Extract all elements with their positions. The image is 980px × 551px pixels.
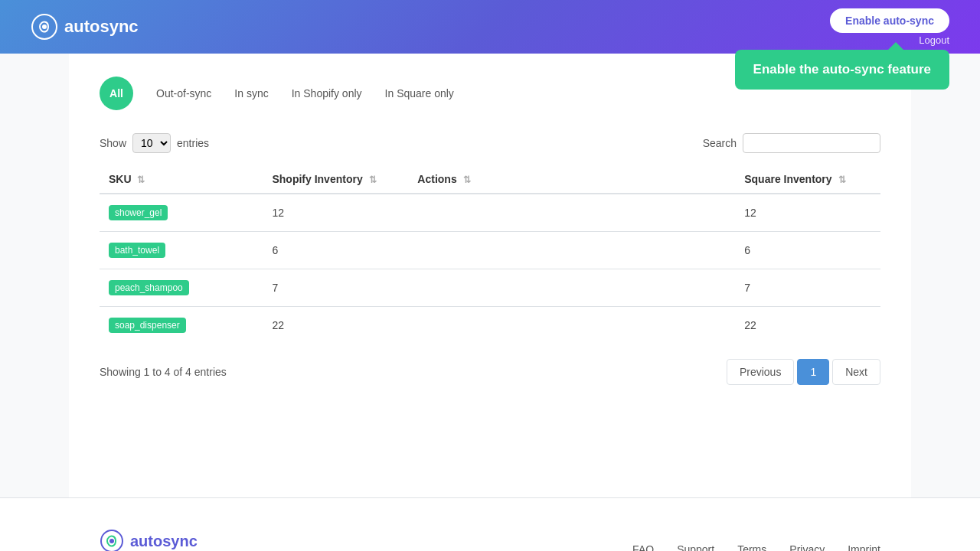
tab-in-square-only[interactable]: In Square only bbox=[385, 84, 454, 103]
cell-square-1: 6 bbox=[735, 232, 880, 269]
cell-sku-1: bath_towel bbox=[100, 232, 263, 269]
footer-bottom: autosync Copyright AutoSync 2019 © FAQ S… bbox=[100, 529, 880, 551]
footer: autosync Copyright AutoSync 2019 © FAQ S… bbox=[69, 498, 911, 551]
footer-faq-link[interactable]: FAQ bbox=[632, 543, 654, 551]
page-1-button[interactable]: 1 bbox=[797, 359, 829, 385]
pagination: Previous 1 Next bbox=[727, 359, 880, 385]
svg-point-3 bbox=[109, 539, 114, 543]
controls-row: Show 10 25 50 entries Search bbox=[100, 133, 880, 153]
cell-shopify-3: 22 bbox=[263, 307, 408, 344]
cell-shopify-0: 12 bbox=[263, 194, 408, 232]
table-row: soap_dispenser 22 22 bbox=[100, 307, 880, 344]
footer-left: autosync Copyright AutoSync 2019 © bbox=[100, 529, 213, 551]
sku-badge-3: soap_dispenser bbox=[109, 318, 186, 333]
entries-select[interactable]: 10 25 50 bbox=[132, 133, 171, 153]
col-shopify[interactable]: Shopify Inventory ⇅ bbox=[263, 165, 408, 194]
cell-shopify-1: 6 bbox=[263, 232, 408, 269]
table-row: bath_towel 6 6 bbox=[100, 232, 880, 269]
footer-terms-link[interactable]: Terms bbox=[737, 543, 766, 551]
sku-badge-1: bath_towel bbox=[109, 243, 165, 258]
logout-link[interactable]: Logout bbox=[919, 34, 949, 46]
logo-icon bbox=[31, 13, 58, 41]
table-row: peach_shampoo 7 7 bbox=[100, 269, 880, 307]
next-button[interactable]: Next bbox=[832, 359, 880, 385]
table-header-row: SKU ⇅ Shopify Inventory ⇅ Actions ⇅ Squa… bbox=[100, 165, 880, 194]
tooltip-bubble: Enable the auto-sync feature bbox=[735, 50, 949, 90]
footer-logo: autosync bbox=[100, 529, 213, 551]
search-input[interactable] bbox=[743, 133, 880, 153]
tab-in-sync[interactable]: In sync bbox=[234, 84, 268, 103]
cell-sku-2: peach_shampoo bbox=[100, 269, 263, 307]
sort-shopify-icon: ⇅ bbox=[369, 174, 377, 185]
cell-sku-3: soap_dispenser bbox=[100, 307, 263, 344]
header: autosync Enable auto-sync Logout Enable … bbox=[0, 0, 980, 54]
sku-badge-0: shower_gel bbox=[109, 205, 168, 220]
tooltip-container: Enable the auto-sync feature bbox=[735, 50, 949, 90]
cell-square-0: 12 bbox=[735, 194, 880, 232]
cell-shopify-2: 7 bbox=[263, 269, 408, 307]
table-body: shower_gel 12 12 bath_towel 6 6 peach_sh… bbox=[100, 194, 880, 344]
logo-text: autosync bbox=[64, 17, 139, 37]
sort-actions-icon: ⇅ bbox=[463, 174, 471, 185]
show-entries: Show 10 25 50 entries bbox=[100, 133, 209, 153]
tab-all[interactable]: All bbox=[100, 77, 133, 110]
cell-actions-3 bbox=[408, 307, 735, 344]
sort-square-icon: ⇅ bbox=[838, 174, 846, 185]
footer-nav: FAQ Support Terms Privacy Imprint bbox=[632, 543, 880, 551]
header-right: Enable auto-sync Logout bbox=[830, 8, 949, 46]
show-label: Show bbox=[100, 137, 126, 149]
footer-logo-icon bbox=[100, 529, 124, 551]
col-actions[interactable]: Actions ⇅ bbox=[408, 165, 735, 194]
enable-autosync-button[interactable]: Enable auto-sync bbox=[830, 8, 949, 33]
tooltip-text: Enable the auto-sync feature bbox=[753, 62, 931, 77]
cell-actions-0 bbox=[408, 194, 735, 232]
logo: autosync bbox=[31, 13, 139, 41]
cell-sku-0: shower_gel bbox=[100, 194, 263, 232]
tab-out-of-sync[interactable]: Out-of-sync bbox=[156, 84, 211, 103]
search-row: Search bbox=[703, 133, 880, 153]
previous-button[interactable]: Previous bbox=[727, 359, 794, 385]
main-content: All Out-of-sync In sync In Shopify only … bbox=[69, 54, 911, 497]
cell-square-2: 7 bbox=[735, 269, 880, 307]
col-square[interactable]: Square Inventory ⇅ bbox=[735, 165, 880, 194]
svg-point-1 bbox=[42, 24, 47, 29]
cell-actions-2 bbox=[408, 269, 735, 307]
showing-text: Showing 1 to 4 of 4 entries bbox=[100, 366, 227, 378]
entries-label: entries bbox=[177, 137, 209, 149]
cell-actions-1 bbox=[408, 232, 735, 269]
footer-imprint-link[interactable]: Imprint bbox=[848, 543, 880, 551]
tab-in-shopify-only[interactable]: In Shopify only bbox=[292, 84, 362, 103]
col-sku[interactable]: SKU ⇅ bbox=[100, 165, 263, 194]
search-label: Search bbox=[703, 137, 737, 149]
inventory-table: SKU ⇅ Shopify Inventory ⇅ Actions ⇅ Squa… bbox=[100, 165, 880, 344]
cell-square-3: 22 bbox=[735, 307, 880, 344]
table-row: shower_gel 12 12 bbox=[100, 194, 880, 232]
footer-privacy-link[interactable]: Privacy bbox=[789, 543, 825, 551]
footer-support-link[interactable]: Support bbox=[677, 543, 714, 551]
sort-sku-icon: ⇅ bbox=[137, 174, 145, 185]
sku-badge-2: peach_shampoo bbox=[109, 280, 189, 295]
pagination-row: Showing 1 to 4 of 4 entries Previous 1 N… bbox=[100, 359, 880, 385]
footer-logo-text: autosync bbox=[130, 533, 198, 550]
